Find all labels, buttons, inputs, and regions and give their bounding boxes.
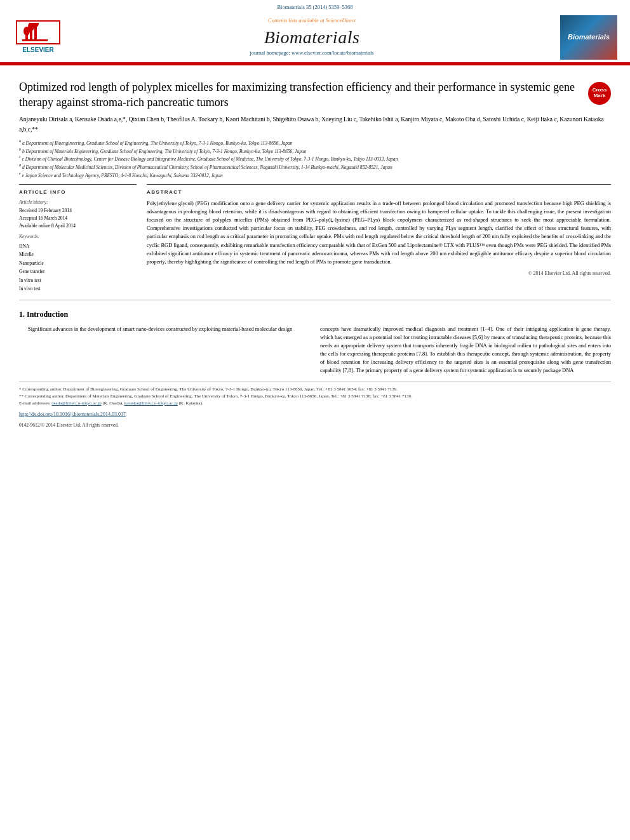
journal-ref-text: Biomaterials 35 (2014) 5359–5368	[277, 4, 352, 10]
keyword-2: Micelle	[19, 250, 137, 259]
article-title-section: Optimized rod length of polyplex micelle…	[19, 79, 611, 110]
intro-left-text: Significant advances in the development …	[19, 325, 310, 333]
keyword-3: Nanoparticle	[19, 259, 137, 268]
abstract-text: Poly(ethylene glycol) (PEG) modification…	[147, 199, 611, 266]
affiliation-e: e e Japan Science and Technology Agency,…	[19, 171, 611, 179]
available-date: Available online 8 April 2014	[19, 222, 137, 230]
affiliation-c: c c Division of Clinical Biotechnology, …	[19, 154, 611, 163]
crossmark-icon: CrossMark	[588, 82, 611, 105]
affiliation-a: a a Department of Bioengineering, Gradua…	[19, 138, 611, 147]
authors: Anjaneyulu Dirisala a, Kensuke Osada a,e…	[19, 115, 611, 134]
elsevier-logo-box	[16, 20, 60, 44]
keyword-5: In vitro test	[19, 276, 137, 285]
elsevier-logo: ELSEVIER	[13, 20, 64, 55]
doi-link[interactable]: http://dx.doi.org/10.1016/j.biomaterials…	[19, 411, 611, 419]
footnote-star1: * Corresponding author. Department of Bi…	[19, 386, 611, 393]
affiliation-d: d d Department of Molecular Medicinal Sc…	[19, 163, 611, 171]
keyword-1: DNA	[19, 242, 137, 251]
article-info-abstract-row: ARTICLE INFO Article history: Received 1…	[19, 184, 611, 293]
biomaterials-logo: Biomaterials	[560, 15, 617, 60]
footnote-emails: E-mail addresses: osada@bmw.t.u-tokyo.ac…	[19, 400, 611, 407]
affiliations: a a Department of Bioengineering, Gradua…	[19, 138, 611, 179]
issn-copyright: 0142-9612/© 2014 Elsevier Ltd. All right…	[19, 422, 611, 429]
info-dates: Received 19 February 2014 Accepted 16 Ma…	[19, 207, 137, 230]
keywords-list: DNA Micelle Nanoparticle Gene transfer I…	[19, 242, 137, 293]
abstract-section: ABSTRACT Poly(ethylene glycol) (PEG) mod…	[147, 184, 611, 277]
article-title: Optimized rod length of polyplex micelle…	[19, 79, 582, 110]
crossmark-badge: CrossMark	[588, 82, 611, 105]
article-info-col: ARTICLE INFO Article history: Received 1…	[19, 184, 137, 293]
footnote-star2: ** Corresponding author. Department of M…	[19, 393, 611, 400]
email2-link[interactable]: katanka@bmw.t.u-tokyo.ac.jp	[124, 401, 178, 406]
sciencedirect-brand[interactable]: ScienceDirect	[326, 17, 356, 23]
keyword-6: In vivo test	[19, 284, 137, 293]
intro-right-text: concepts have dramatically improved medi…	[320, 325, 611, 375]
abstract-heading: ABSTRACT	[147, 189, 611, 196]
journal-title: Biomaterials	[64, 25, 560, 50]
abstract-copyright: © 2014 Elsevier Ltd. All rights reserved…	[147, 270, 611, 277]
email1-link[interactable]: osada@bmw.t.u-tokyo.ac.jp	[51, 401, 101, 406]
accepted-date: Accepted 16 March 2014	[19, 215, 137, 222]
introduction-section: 1. Introduction Significant advances in …	[19, 309, 611, 375]
keyword-4: Gene transfer	[19, 267, 137, 276]
main-content: Optimized rod length of polyplex micelle…	[0, 65, 630, 436]
abstract-col: ABSTRACT Poly(ethylene glycol) (PEG) mod…	[147, 184, 611, 293]
affiliation-b: b b Department of Materials Engineering,…	[19, 147, 611, 155]
section-divider	[19, 300, 611, 300]
journal-center: Contents lists available at ScienceDirec…	[64, 17, 560, 57]
journal-homepage: journal homepage: www.elsevier.com/locat…	[64, 50, 560, 57]
elsevier-text: ELSEVIER	[22, 46, 53, 55]
sciencedirect-link: Contents lists available at ScienceDirec…	[64, 17, 560, 25]
intro-body: Significant advances in the development …	[19, 325, 611, 375]
article-info-heading: ARTICLE INFO	[19, 189, 137, 196]
journal-ref: Biomaterials 35 (2014) 5359–5368	[0, 3, 630, 13]
keywords-label: Keywords:	[19, 234, 137, 241]
journal-header-mid: ELSEVIER Contents lists available at Sci…	[0, 13, 630, 62]
intro-right-col: concepts have dramatically improved medi…	[320, 325, 611, 375]
history-label: Article history:	[19, 199, 137, 206]
section-title: 1. Introduction	[19, 309, 611, 320]
svg-rect-6	[22, 39, 48, 41]
intro-left-col: Significant advances in the development …	[19, 325, 310, 375]
journal-header: Biomaterials 35 (2014) 5359–5368 ELSEVIE…	[0, 0, 630, 63]
received-date: Received 19 February 2014	[19, 207, 137, 215]
footnotes: * Corresponding author. Department of Bi…	[19, 382, 611, 429]
article-info-box: ARTICLE INFO Article history: Received 1…	[19, 184, 137, 293]
